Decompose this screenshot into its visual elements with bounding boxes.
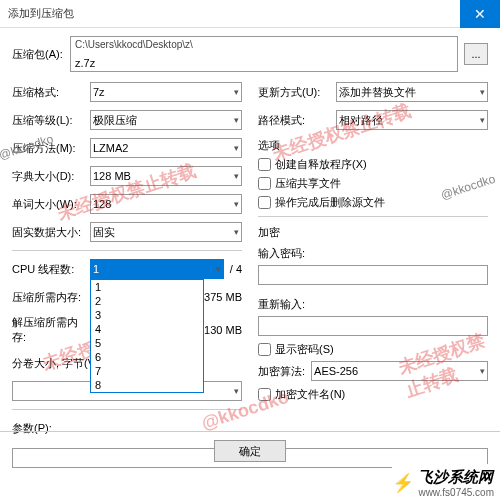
archive-filename: z.7z	[75, 57, 453, 69]
flame-icon: ⚡	[392, 472, 414, 494]
chevron-down-icon: ▾	[234, 87, 239, 97]
cpu-threads-dropdown[interactable]: 12345678	[90, 279, 204, 393]
sfx-checkbox[interactable]	[258, 158, 271, 171]
window-title: 添加到压缩包	[8, 6, 74, 21]
solid-label: 固实数据大小:	[12, 225, 90, 240]
chevron-down-icon: ▾	[234, 199, 239, 209]
share-checkbox[interactable]	[258, 177, 271, 190]
update-label: 更新方式(U):	[258, 85, 336, 100]
pathmode-label: 路径模式:	[258, 113, 336, 128]
share-label: 压缩共享文件	[275, 176, 341, 191]
cpu-max: / 4	[230, 263, 242, 275]
pw2-label: 重新输入:	[258, 297, 488, 312]
close-button[interactable]: ✕	[460, 0, 500, 28]
word-label: 单词大小(W):	[12, 197, 90, 212]
algo-label: 加密算法:	[258, 364, 305, 379]
showpw-checkbox[interactable]	[258, 343, 271, 356]
chevron-down-icon: ▾	[234, 386, 239, 396]
word-select[interactable]: 128▾	[90, 194, 242, 214]
format-label: 压缩格式:	[12, 85, 90, 100]
pw-label: 输入密码:	[258, 246, 488, 261]
options-title: 选项	[258, 138, 488, 153]
cpu-option[interactable]: 7	[91, 364, 203, 378]
delete-label: 操作完成后删除源文件	[275, 195, 385, 210]
mem-comp-label: 压缩所需内存:	[12, 290, 90, 305]
encnames-checkbox[interactable]	[258, 388, 271, 401]
cpu-option[interactable]: 2	[91, 294, 203, 308]
archive-path-input[interactable]: C:\Users\kkocd\Desktop\z\ z.7z	[70, 36, 458, 72]
brand-name: 飞沙系统网	[418, 468, 494, 487]
update-select[interactable]: 添加并替换文件▾	[336, 82, 488, 102]
solid-select[interactable]: 固实▾	[90, 222, 242, 242]
dict-select[interactable]: 128 MB▾	[90, 166, 242, 186]
chevron-down-icon: ▾	[234, 171, 239, 181]
brand-url: www.fs0745.com	[418, 487, 494, 498]
close-icon: ✕	[474, 6, 486, 22]
chevron-down-icon: ▾	[480, 115, 485, 125]
cpu-option[interactable]: 4	[91, 322, 203, 336]
format-select[interactable]: 7z▾	[90, 82, 242, 102]
cpu-option[interactable]: 6	[91, 350, 203, 364]
password-confirm-input[interactable]	[258, 316, 488, 336]
ok-button[interactable]: 确定	[214, 440, 286, 462]
chevron-down-icon: ▾	[234, 227, 239, 237]
chevron-down-icon: ▾	[234, 115, 239, 125]
cpu-option[interactable]: 8	[91, 378, 203, 392]
archive-folder: C:\Users\kkocd\Desktop\z\	[75, 39, 453, 50]
delete-checkbox[interactable]	[258, 196, 271, 209]
method-select[interactable]: LZMA2▾	[90, 138, 242, 158]
cpu-threads-select[interactable]: 1▾	[90, 259, 224, 279]
level-label: 压缩等级(L):	[12, 113, 90, 128]
dict-label: 字典大小(D):	[12, 169, 90, 184]
pathmode-select[interactable]: 相对路径▾	[336, 110, 488, 130]
chevron-down-icon: ▾	[216, 264, 221, 274]
cpu-option[interactable]: 3	[91, 308, 203, 322]
chevron-down-icon: ▾	[480, 87, 485, 97]
chevron-down-icon: ▾	[234, 143, 239, 153]
encrypt-title: 加密	[258, 225, 488, 240]
algo-select[interactable]: AES-256▾	[311, 361, 488, 381]
mem-decomp-label: 解压缩所需内存:	[12, 315, 90, 345]
level-select[interactable]: 极限压缩▾	[90, 110, 242, 130]
cpu-option[interactable]: 1	[91, 280, 203, 294]
encnames-label: 加密文件名(N)	[275, 387, 345, 402]
chevron-down-icon: ▾	[480, 366, 485, 376]
password-input[interactable]	[258, 265, 488, 285]
cpu-label: CPU 线程数:	[12, 262, 90, 277]
footer-logo: ⚡ 飞沙系统网 www.fs0745.com	[392, 464, 494, 502]
cpu-option[interactable]: 5	[91, 336, 203, 350]
archive-label: 压缩包(A):	[12, 47, 64, 62]
sfx-label: 创建自释放程序(X)	[275, 157, 367, 172]
showpw-label: 显示密码(S)	[275, 342, 334, 357]
browse-button[interactable]: ...	[464, 43, 488, 65]
